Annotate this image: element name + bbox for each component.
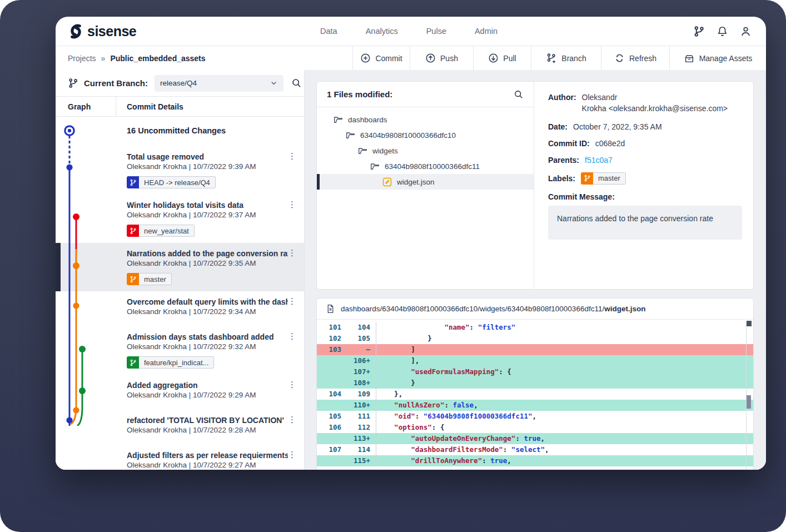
tree-folder-widget-id[interactable]: 63404b9808f10000366dfc11 [317, 158, 534, 174]
sidebar-column-headers: Graph Commit Details [56, 97, 304, 117]
diff-line-added: 107+ "usedFormulasMapping": { [317, 366, 753, 377]
commit-row[interactable]: Admission days stats dashboard added Ole… [56, 326, 304, 375]
branch-badge-icon [581, 172, 593, 185]
tree-folder-widgets[interactable]: widgets [317, 143, 534, 158]
commit-history-sidebar: Current Branch: release/Q4 Graph Commit … [56, 70, 305, 470]
top-navbar: sisense Data Analytics Pulse Admin [56, 17, 766, 46]
git-branch-icon[interactable] [693, 26, 705, 37]
commit-row-selected[interactable]: Narrations added to the page conversion … [56, 243, 304, 291]
label-badge-master[interactable]: master [581, 172, 626, 185]
app-window: sisense Data Analytics Pulse Admin Proje… [56, 17, 766, 470]
column-divider [116, 97, 116, 116]
tree-file-widget-json[interactable]: widget.json [317, 174, 534, 190]
commit-row[interactable]: Overcome default query limits with the d… [56, 291, 304, 326]
top-nav-menu: Data Analytics Pulse Admin [320, 27, 498, 36]
branch-badge-icon [127, 273, 139, 285]
archive-box-icon [684, 53, 695, 64]
commit-title: refactored 'TOTAL VISITOR BY LOCATION' [127, 410, 288, 425]
diff-panel: dashboards/63404b9808f10000366dfc10/widg… [316, 298, 754, 470]
commit-message-box: Narrations added to the page conversion … [548, 206, 742, 240]
modified-file-icon [382, 177, 392, 187]
branch-badge-newyear[interactable]: new_year/stat [127, 225, 195, 237]
branch-select-dropdown[interactable]: release/Q4 [155, 75, 283, 92]
chevron-down-icon [270, 79, 278, 87]
sisense-logo-icon [68, 23, 84, 39]
pull-button[interactable]: Pull [473, 46, 531, 70]
diff-line-added: 113+ "autoUpdateOnEveryChange": true, [317, 433, 753, 444]
folder-icon [358, 146, 367, 156]
graph-column-header: Graph [56, 102, 116, 111]
commit-menu-kebab[interactable]: ⋮ [288, 201, 296, 208]
diff-line-added: 106+ ], [317, 355, 753, 366]
manage-assets-button[interactable]: Manage Assets [669, 46, 766, 70]
nav-item-pulse[interactable]: Pulse [426, 27, 446, 36]
commit-meta: Oleksandr Krokha | 10/7/2022 9:32 AM [127, 342, 304, 351]
branch-badge-icon [127, 356, 139, 369]
sidebar-search-icon[interactable] [291, 78, 302, 88]
commit-row[interactable]: Added aggregation Oleksandr Krokha | 10/… [56, 375, 304, 410]
commit-menu-kebab[interactable]: ⋮ [288, 381, 296, 389]
commit-meta: Oleksandr Krokha | 10/7/2022 9:37 AM [127, 211, 304, 219]
notifications-bell-icon[interactable] [717, 26, 728, 37]
commit-list: 16 Uncommitted Changes Total usage remov… [56, 117, 304, 426]
branch-icon [68, 78, 78, 88]
diff-line-added: 110+ "nullAsZero": false, [317, 400, 753, 411]
commit-meta: Oleksandr Krokha | 10/7/2022 9:28 AM [127, 426, 304, 434]
commit-message-row: Commit Message: [548, 192, 742, 201]
arrow-down-circle-icon [488, 53, 499, 63]
commit-menu-kebab[interactable]: ⋮ [288, 152, 296, 160]
tree-folder-dashboards[interactable]: dashboards [317, 112, 534, 127]
uncommitted-changes-row[interactable]: 16 Uncommitted Changes [56, 117, 304, 146]
branch-badge-feature[interactable]: feature/kpi_indicat... [127, 356, 214, 369]
nav-item-data[interactable]: Data [320, 27, 337, 36]
commit-meta: Oleksandr Krokha | 10/7/2022 9:39 AM [127, 162, 304, 171]
commit-row[interactable]: refactored 'TOTAL VISITOR BY LOCATION' O… [56, 410, 304, 445]
diff-code-view: 101104 "name": "filters" 102105 } 103– ]… [317, 320, 753, 470]
branch-badge-master[interactable]: master [127, 273, 172, 285]
branch-badge-icon [127, 225, 139, 237]
commit-menu-kebab[interactable]: ⋮ [288, 332, 296, 340]
nav-item-analytics[interactable]: Analytics [366, 27, 398, 36]
project-toolbar: Projects » Public_embedded_assets Commit… [56, 46, 766, 71]
parent-commit-link[interactable]: f51c0a7 [585, 156, 613, 165]
plus-circle-icon [360, 53, 371, 63]
branch-button[interactable]: Branch [531, 46, 601, 70]
tree-folder-dashboard-id[interactable]: 63404b9808f10000366dfc10 [317, 127, 534, 143]
content-area: 1 Files modified: dashboards 63404b9808f [305, 70, 766, 470]
diff-line: 105111 "oid": "63404b9808f10000366dfc11"… [317, 411, 753, 422]
parents-label: Parents: [548, 156, 579, 165]
diff-scrollbar-cap [747, 321, 752, 326]
commit-row[interactable]: Adjusted filters as per release requierm… [56, 445, 304, 470]
commit-meta: Oleksandr Krokha | 10/7/2022 9:27 AM [127, 461, 304, 469]
diff-scrollbar-thumb[interactable] [747, 395, 751, 409]
author-row: Author: Oleksandr Krokha <oleksandr.krok… [548, 92, 742, 115]
commit-menu-kebab[interactable]: ⋮ [288, 416, 296, 424]
commit-button[interactable]: Commit [352, 46, 410, 70]
date-label: Date: [548, 122, 568, 131]
diff-line-added: 108+ } [317, 377, 753, 389]
push-button[interactable]: Push [410, 46, 473, 70]
breadcrumb-current-project: Public_embedded_assets [110, 54, 205, 63]
commit-menu-kebab[interactable]: ⋮ [288, 451, 296, 459]
sisense-logo[interactable]: sisense [68, 23, 136, 39]
commit-menu-kebab[interactable]: ⋮ [288, 297, 296, 305]
branch-badge-head[interactable]: HEAD -> release/Q4 [127, 176, 216, 188]
diff-line: 101104 "name": "filters" [317, 322, 753, 333]
folder-icon [334, 115, 343, 125]
commit-menu-kebab[interactable]: ⋮ [288, 249, 296, 257]
branch-badge-label: HEAD -> release/Q4 [139, 176, 216, 188]
nav-item-admin[interactable]: Admin [475, 27, 498, 36]
commit-details-column-header: Commit Details [116, 102, 183, 111]
commit-row[interactable]: Total usage removed Oleksandr Krokha | 1… [56, 146, 304, 195]
main-area: Current Branch: release/Q4 Graph Commit … [56, 70, 766, 470]
folder-icon [346, 131, 355, 140]
user-account-icon[interactable] [740, 26, 752, 37]
author-name: Oleksandr [582, 93, 618, 102]
breadcrumb-projects[interactable]: Projects [68, 54, 96, 63]
diff-file-path: dashboards/63404b9808f10000366dfc10/widg… [341, 305, 645, 313]
commit-row[interactable]: Winter holidays total visits data Oleksa… [56, 195, 304, 243]
files-modified-panel: 1 Files modified: dashboards 63404b9808f [317, 82, 534, 289]
files-search-icon[interactable] [514, 89, 524, 100]
refresh-button[interactable]: Refresh [601, 46, 669, 70]
commit-id-row: Commit ID: c068e2d [548, 139, 742, 148]
